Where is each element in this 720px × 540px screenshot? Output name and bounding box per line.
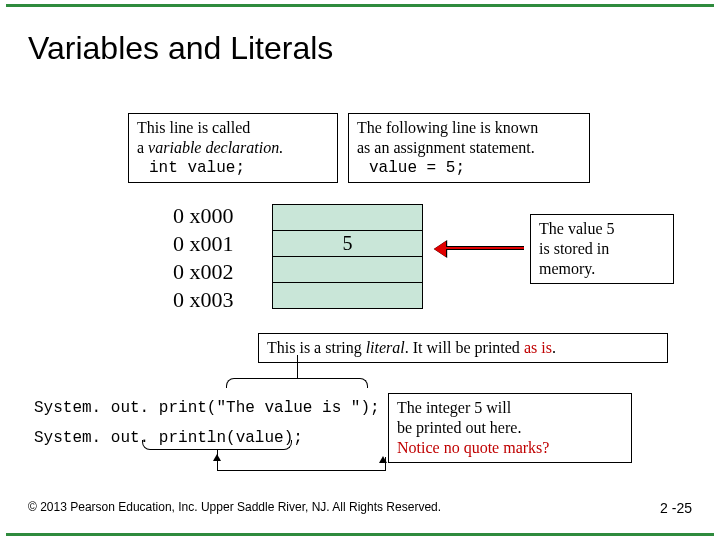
memory-address-column: 0 x000 0 x001 0 x002 0 x003 [173, 202, 234, 314]
brace-icon [142, 440, 292, 450]
callout-integer-printed: The integer 5 will be printed out here. … [388, 393, 632, 463]
callout-string-literal: This is a string literal. It will be pri… [258, 333, 668, 363]
connector-line [217, 450, 218, 470]
arrowhead-icon [379, 452, 387, 463]
text: a variable declaration. [137, 138, 329, 158]
memory-cells: 5 [272, 204, 423, 309]
text: is stored in [539, 239, 665, 259]
addr: 0 x001 [173, 230, 234, 258]
callout-variable-declaration: This line is called a variable declarati… [128, 113, 338, 183]
callout-stored-in-memory: The value 5 is stored in memory. [530, 214, 674, 284]
addr: 0 x000 [173, 202, 234, 230]
page-title: Variables and Literals [28, 30, 333, 67]
text: be printed out here. [397, 418, 623, 438]
memory-cell [273, 205, 423, 231]
text: The value 5 [539, 219, 665, 239]
text: The integer 5 will [397, 398, 623, 418]
addr: 0 x002 [173, 258, 234, 286]
text: memory. [539, 259, 665, 279]
memory-cell-value: 5 [273, 231, 423, 257]
callout-assignment-statement: The following line is known as an assign… [348, 113, 590, 183]
memory-cell [273, 283, 423, 309]
text: The following line is known [357, 118, 581, 138]
code: int value; [137, 158, 329, 178]
text: Notice no quote marks? [397, 438, 623, 458]
addr: 0 x003 [173, 286, 234, 314]
arrow-icon [438, 246, 524, 250]
text: This line is called [137, 118, 329, 138]
brace-icon [226, 378, 368, 388]
memory-cell [273, 257, 423, 283]
decor-top-rule [6, 4, 714, 7]
decor-bottom-rule [6, 533, 714, 536]
footer-copyright: © 2013 Pearson Education, Inc. Upper Sad… [28, 500, 441, 514]
code: value = 5; [357, 158, 581, 178]
text: as an assignment statement. [357, 138, 581, 158]
footer-page-number: 2 -25 [660, 500, 692, 516]
connector-line [217, 470, 385, 471]
code-line: System. out. print("The value is "); [34, 393, 380, 423]
